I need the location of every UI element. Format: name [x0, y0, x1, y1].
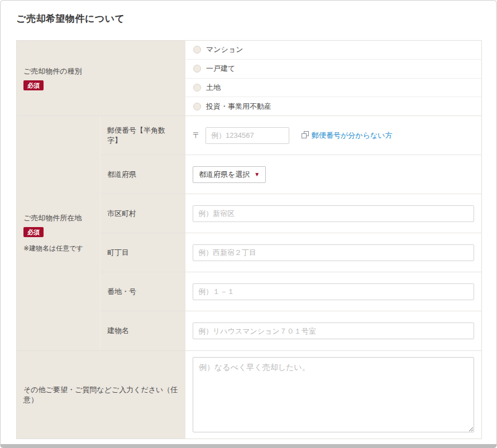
building-name-label: 建物名 — [101, 311, 185, 350]
dropdown-arrow-icon: ▼ — [254, 171, 260, 177]
form-card: ご売却希望物件について ご売却物件の種別 必須 マンション 一戸建て 土地 — [0, 0, 497, 448]
radio-option-detached-house[interactable]: 一戸建て — [185, 60, 481, 79]
radio-option-label: 一戸建て — [206, 64, 235, 74]
postal-code-help-link[interactable]: 郵便番号が分からない方 — [312, 131, 393, 141]
location-note: ※建物名は任意です — [23, 244, 93, 253]
row-block-number: 番地・号 — [101, 272, 481, 311]
property-type-options: マンション 一戸建て 土地 投資・事業用不動産 — [185, 41, 481, 115]
radio-button-icon[interactable] — [193, 46, 201, 54]
radio-button-icon[interactable] — [193, 103, 201, 110]
section-property-type: ご売却物件の種別 必須 マンション 一戸建て 土地 投資・事業 — [17, 41, 481, 115]
radio-button-icon[interactable] — [193, 65, 201, 73]
radio-button-icon[interactable] — [193, 84, 201, 91]
prefecture-select[interactable]: 都道府県を選択 ▼ — [193, 166, 266, 183]
postal-code-content: 〒 郵便番号が分からない方 — [185, 116, 481, 155]
row-prefecture: 都道府県 都道府県を選択 ▼ — [101, 155, 481, 194]
town-input[interactable] — [193, 244, 474, 261]
property-type-label: ご売却物件の種別 — [23, 66, 179, 76]
postal-code-input[interactable] — [206, 127, 289, 144]
radio-option-label: マンション — [206, 45, 243, 55]
prefecture-label: 都道府県 — [101, 155, 185, 194]
building-name-input[interactable] — [193, 322, 474, 339]
town-content — [185, 233, 481, 272]
town-label: 町丁目 — [101, 233, 185, 272]
block-number-input[interactable] — [193, 283, 474, 300]
popup-window-icon — [302, 131, 309, 141]
radio-option-label: 投資・事業用不動産 — [206, 102, 271, 112]
section-other-requests: その他ご要望・ご質問などご入力ください（任意） — [17, 350, 481, 439]
row-building-name: 建物名 — [101, 311, 481, 350]
property-type-label-cell: ご売却物件の種別 必須 — [17, 41, 185, 115]
row-postal-code: 郵便番号【半角数字】 〒 郵便番号が分からない方 — [101, 116, 481, 155]
other-requests-content — [185, 351, 481, 439]
city-content — [185, 194, 481, 233]
other-requests-label-cell: その他ご要望・ご質問などご入力ください（任意） — [17, 351, 185, 439]
city-label: 市区町村 — [101, 194, 185, 233]
radio-option-mansion[interactable]: マンション — [185, 41, 481, 60]
location-subrows: 郵便番号【半角数字】 〒 郵便番号が分からない方 — [101, 116, 481, 350]
block-number-content — [185, 272, 481, 311]
radio-option-label: 土地 — [206, 83, 221, 93]
prefecture-content: 都道府県を選択 ▼ — [185, 155, 481, 194]
location-label-cell: ご売却物件所在地 必須 ※建物名は任意です — [17, 116, 101, 350]
building-name-content — [185, 311, 481, 350]
required-badge: 必須 — [23, 80, 44, 90]
city-input[interactable] — [193, 205, 474, 222]
row-town: 町丁目 — [101, 233, 481, 272]
sell-property-form: ご売却物件の種別 必須 マンション 一戸建て 土地 投資・事業 — [16, 40, 482, 439]
radio-option-land[interactable]: 土地 — [185, 79, 481, 98]
postal-mark: 〒 — [193, 131, 200, 141]
other-requests-textarea[interactable] — [193, 357, 474, 432]
postal-code-label: 郵便番号【半角数字】 — [101, 116, 185, 155]
other-requests-label: その他ご要望・ご質問などご入力ください（任意） — [23, 385, 179, 405]
page-title: ご売却希望物件について — [16, 12, 481, 25]
section-location: ご売却物件所在地 必須 ※建物名は任意です 郵便番号【半角数字】 〒 — [17, 115, 481, 350]
row-city: 市区町村 — [101, 194, 481, 233]
prefecture-select-value: 都道府県を選択 — [199, 170, 250, 180]
block-number-label: 番地・号 — [101, 272, 185, 311]
radio-option-investment[interactable]: 投資・事業用不動産 — [185, 97, 481, 115]
location-label: ご売却物件所在地 — [23, 213, 93, 223]
required-badge: 必須 — [23, 227, 44, 237]
